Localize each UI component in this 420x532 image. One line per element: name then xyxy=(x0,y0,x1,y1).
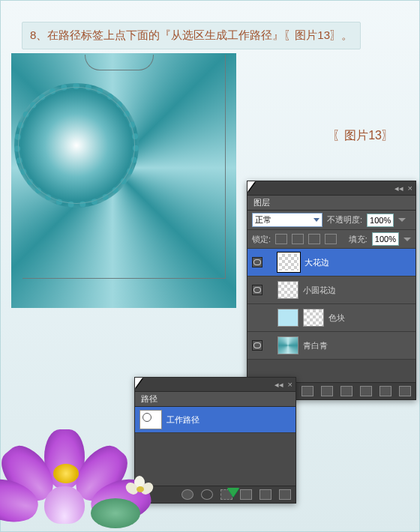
opacity-input[interactable]: 100% xyxy=(367,214,394,227)
document-canvas xyxy=(11,53,236,308)
panel-titlebar: ◂◂ × xyxy=(248,181,416,196)
collapse-icon[interactable]: ◂◂ xyxy=(394,184,404,193)
step-text: 在路径标签上点下面的『从选区生成工作路径』〖图片13〗。 xyxy=(47,28,352,41)
stroke-path-icon[interactable] xyxy=(201,489,213,500)
adjustment-icon[interactable] xyxy=(340,386,352,396)
layers-panel: ◂◂ × 图层 正常 不透明度: 100% 锁定: 填充: 100% 大花边 xyxy=(247,181,416,400)
layer-row[interactable]: 色块 xyxy=(248,304,416,332)
small-white-flower xyxy=(125,476,155,498)
figure-label: 〖图片13〗 xyxy=(332,128,394,144)
layer-name: 青白青 xyxy=(303,340,328,351)
fx-icon[interactable] xyxy=(302,386,314,396)
new-path-icon[interactable] xyxy=(260,489,272,500)
chevron-down-icon xyxy=(314,218,320,222)
scalloped-circle xyxy=(14,83,139,208)
layer-row-selected[interactable]: 大花边 xyxy=(248,249,416,276)
layer-name: 色块 xyxy=(328,312,345,324)
blend-row: 正常 不透明度: 100% xyxy=(248,211,416,230)
cursor-icon xyxy=(272,412,284,427)
layer-thumbnail[interactable] xyxy=(278,336,298,354)
layer-thumbnail[interactable] xyxy=(278,281,298,299)
collapse-icon[interactable]: ◂◂ xyxy=(274,380,284,390)
close-icon[interactable]: × xyxy=(288,380,292,389)
panel-titlebar: ◂◂ × xyxy=(135,378,296,392)
layer-name: 大花边 xyxy=(304,257,329,268)
lock-move-icon[interactable] xyxy=(308,234,320,244)
new-layer-icon[interactable] xyxy=(380,386,392,396)
chevron-down-icon[interactable] xyxy=(404,238,411,241)
layer-thumbnail[interactable] xyxy=(278,309,298,327)
blend-mode-select[interactable]: 正常 xyxy=(252,213,322,227)
work-path-notch xyxy=(85,55,154,70)
path-thumbnail[interactable] xyxy=(140,410,162,429)
layer-name: 小圆花边 xyxy=(303,285,336,296)
lock-row: 锁定: 填充: 100% xyxy=(248,230,416,249)
layer-mask-thumbnail[interactable] xyxy=(303,309,324,327)
fill-path-icon[interactable] xyxy=(182,489,194,500)
layer-row[interactable]: 青白青 xyxy=(248,332,416,360)
selection-to-path-icon[interactable] xyxy=(240,489,252,500)
lotus-leaf-decoration xyxy=(91,498,140,528)
step-number: 8、 xyxy=(30,28,47,41)
visibility-eye-icon[interactable] xyxy=(252,285,262,295)
layer-row[interactable]: 小圆花边 xyxy=(248,276,416,304)
lock-all-icon[interactable] xyxy=(325,234,337,244)
group-icon[interactable] xyxy=(360,386,372,396)
path-row-selected[interactable]: 工作路径 xyxy=(135,407,296,433)
visibility-eye-icon[interactable] xyxy=(252,340,262,351)
opacity-label: 不透明度: xyxy=(327,214,362,226)
layers-tab[interactable]: 图层 xyxy=(248,196,416,211)
paths-footer xyxy=(135,486,296,503)
visibility-eye-icon[interactable] xyxy=(252,257,262,267)
fill-input[interactable]: 100% xyxy=(372,232,399,246)
trash-icon[interactable] xyxy=(399,386,411,396)
paths-empty xyxy=(135,433,296,486)
path-name: 工作路径 xyxy=(166,414,200,426)
trash-icon[interactable] xyxy=(279,489,291,500)
fill-label: 填充: xyxy=(349,234,368,245)
lock-label: 锁定: xyxy=(252,234,271,245)
green-arrow-cursor xyxy=(227,488,239,497)
lock-transparent-icon[interactable] xyxy=(275,234,287,244)
chevron-down-icon[interactable] xyxy=(398,218,406,222)
cursor-icon xyxy=(392,255,404,270)
paths-tab[interactable]: 路径 xyxy=(135,392,296,407)
close-icon[interactable]: × xyxy=(408,184,412,193)
mask-icon[interactable] xyxy=(321,386,333,396)
lotus-center xyxy=(53,464,79,483)
lock-brush-icon[interactable] xyxy=(292,234,304,244)
paths-panel: ◂◂ × 路径 工作路径 xyxy=(134,377,296,504)
layer-thumbnail[interactable] xyxy=(278,253,300,272)
instruction-bar: 8、在路径标签上点下面的『从选区生成工作路径』〖图片13〗。 xyxy=(22,22,361,49)
